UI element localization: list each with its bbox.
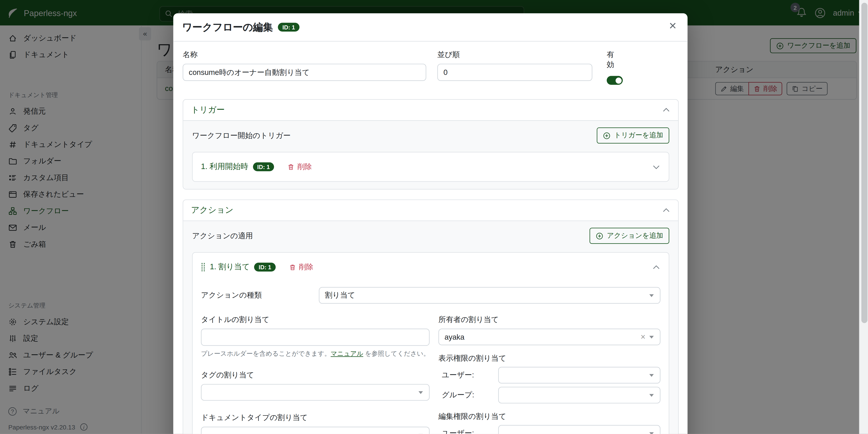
assign-owner-select[interactable]: ayaka — [438, 328, 660, 345]
name-field-group: 名称 — [183, 50, 426, 85]
assign-tags-label: タグの割り当て — [201, 370, 430, 380]
view-users-label: ユーザー: — [438, 370, 498, 380]
modal-body: 名称 並び順 有効 トリガー — [174, 41, 688, 434]
edit-workflow-modal: ワークフローの編集 ID: 1 × 名称 並び順 有効 — [174, 13, 688, 434]
actions-section-header[interactable]: アクション — [183, 200, 678, 221]
workflow-basic-fields: 名称 並び順 有効 — [183, 50, 679, 85]
name-label: 名称 — [183, 50, 426, 60]
enabled-label: 有効 — [607, 50, 616, 69]
page-scrollbar[interactable] — [859, 0, 868, 434]
plus-circle-icon — [603, 132, 611, 139]
trigger-title: 1. 利用開始時 — [201, 162, 248, 172]
add-trigger-button[interactable]: トリガーを追加 — [597, 127, 669, 143]
chevron-down-icon — [652, 163, 660, 171]
trash-icon — [289, 264, 296, 271]
assign-title-input[interactable] — [201, 328, 430, 346]
assign-tags-group: タグの割り当て — [201, 370, 430, 401]
modal-title: ワークフローの編集 — [182, 21, 273, 34]
action-title: 1. 割り当て — [210, 262, 250, 272]
order-field-group: 並び順 — [437, 50, 592, 85]
assign-owner-label: 所有者の割り当て — [438, 315, 660, 325]
chevron-up-icon — [662, 206, 671, 214]
edit-users-label: ユーザー: — [438, 428, 498, 434]
assign-title-label: タイトルの割り当て — [201, 315, 430, 325]
assign-doctype-label: ドキュメントタイプの割り当て — [201, 413, 430, 423]
manual-link[interactable]: マニュアル — [331, 350, 363, 357]
action-type-field: アクションの種類 割り当て — [201, 287, 660, 303]
order-label: 並び順 — [437, 50, 592, 60]
clear-selection-icon[interactable]: × — [641, 332, 645, 341]
scrollbar-thumb[interactable] — [861, 3, 867, 323]
chevron-up-icon — [652, 263, 660, 271]
enabled-field-group: 有効 — [607, 50, 629, 85]
name-input[interactable] — [183, 64, 426, 81]
assign-right-column: 所有者の割り当て ayaka × 表示権限の割り当て ユーザー: — [438, 315, 660, 434]
enabled-toggle[interactable] — [607, 76, 623, 85]
delete-action-button[interactable]: 削除 — [286, 262, 317, 273]
plus-circle-icon — [596, 232, 603, 240]
order-input[interactable] — [437, 64, 592, 81]
chevron-up-icon — [662, 106, 671, 114]
screen: Paperless-ngx 2 — [0, 0, 868, 434]
actions-section-body: アクションの適用 アクションを追加 1. 割り当て ID: 1 — [183, 221, 678, 434]
actions-intro: アクションの適用 — [192, 231, 253, 241]
action-type-label: アクションの種類 — [201, 290, 319, 300]
placeholder-hint: プレースホルダーを含めることができます。マニュアル を参照してください。 — [201, 350, 430, 358]
triggers-section: トリガー ワークフロー開始のトリガー トリガーを追加 1. 利用開始時 — [183, 99, 679, 190]
drag-handle-icon[interactable] — [201, 263, 206, 271]
actions-section: アクション アクションの適用 アクションを追加 1. 割 — [183, 200, 679, 434]
delete-trigger-button[interactable]: 削除 — [284, 161, 315, 172]
close-icon[interactable]: × — [666, 19, 680, 33]
view-permissions-label: 表示権限の割り当て — [438, 354, 660, 364]
action-type-select[interactable]: 割り当て — [319, 287, 660, 303]
trash-icon — [287, 163, 295, 170]
assign-tags-select[interactable] — [201, 384, 430, 401]
trigger-item: 1. 利用開始時 ID: 1 削除 — [192, 152, 669, 182]
trigger-id-badge: ID: 1 — [253, 162, 274, 171]
edit-users-select[interactable] — [498, 425, 660, 434]
view-groups-label: グループ: — [438, 390, 498, 400]
assign-left-column: タイトルの割り当て プレースホルダーを含めることができます。マニュアル を参照し… — [201, 315, 430, 434]
triggers-section-header[interactable]: トリガー — [183, 100, 678, 121]
modal-header: ワークフローの編集 ID: 1 × — [174, 13, 688, 41]
edit-permissions-label: 編集権限の割り当て — [438, 412, 660, 422]
triggers-intro: ワークフロー開始のトリガー — [192, 131, 291, 141]
action-item: 1. 割り当て ID: 1 削除 アクションの種類 割り当て — [192, 252, 669, 434]
triggers-section-body: ワークフロー開始のトリガー トリガーを追加 1. 利用開始時 ID: 1 — [183, 121, 678, 189]
view-groups-select[interactable] — [498, 387, 660, 403]
workflow-id-badge: ID: 1 — [278, 23, 300, 32]
view-users-select[interactable] — [498, 367, 660, 383]
assign-title-group: タイトルの割り当て プレースホルダーを含めることができます。マニュアル を参照し… — [201, 315, 430, 358]
assign-doctype-group: ドキュメントタイプの割り当て — [201, 413, 430, 434]
action-id-badge: ID: 1 — [254, 262, 276, 271]
add-action-button[interactable]: アクションを追加 — [590, 228, 669, 244]
assign-doctype-select[interactable] — [201, 427, 430, 434]
